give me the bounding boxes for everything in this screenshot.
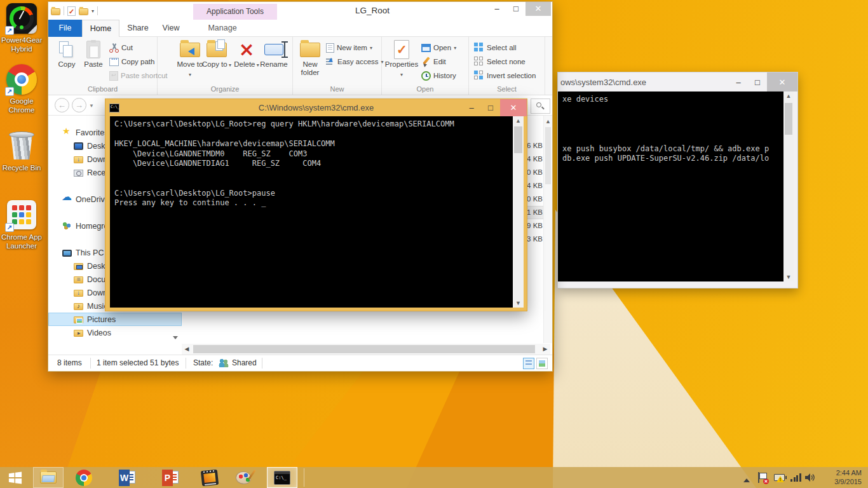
downloads-icon xyxy=(74,290,83,297)
paste-button[interactable]: Paste xyxy=(79,39,108,69)
console-line xyxy=(562,105,780,115)
computer-icon xyxy=(62,250,72,257)
pane-scroll-down-icon[interactable] xyxy=(173,336,178,342)
invert-selection-button[interactable]: Invert selection xyxy=(474,69,536,83)
tab-home[interactable]: Home xyxy=(82,20,119,37)
easy-access-button[interactable]: Easy access xyxy=(326,55,384,69)
maximize-button[interactable]: □ xyxy=(748,78,767,87)
tab-share[interactable]: Share xyxy=(119,20,156,37)
taskbar-paint[interactable] xyxy=(229,467,259,488)
taskbar-cmd[interactable] xyxy=(267,467,297,488)
taskbar-chrome[interactable] xyxy=(69,467,99,488)
folder-icon[interactable] xyxy=(51,8,60,15)
sidebar-item-videos[interactable]: Videos xyxy=(48,326,182,339)
sidebar-item-label: OneDrive xyxy=(76,195,109,204)
move-to-button[interactable]: Move to xyxy=(175,39,205,79)
start-button[interactable] xyxy=(0,467,31,488)
details-view-button[interactable] xyxy=(523,358,534,369)
power-status-icon[interactable] xyxy=(774,472,785,481)
scroll-up-icon[interactable]: ▲ xyxy=(544,117,552,126)
cmd-front-console[interactable]: C:\Users\carl\Desktop\LG_Root>reg query … xyxy=(110,116,513,308)
console-line: \Device\LGANDNETDIAG1 REG_SZ COM4 xyxy=(114,159,508,169)
scroll-left-icon[interactable]: ◀ xyxy=(182,344,192,355)
taskbar-clock[interactable]: 2:44 AM 3/9/2015 xyxy=(834,469,862,486)
back-button[interactable]: ← xyxy=(55,98,69,112)
close-button[interactable]: ✕ xyxy=(767,72,797,92)
new-item-button[interactable]: New item xyxy=(326,41,384,55)
close-button[interactable]: ✕ xyxy=(526,2,551,16)
thumbnail-view-button[interactable] xyxy=(536,358,548,369)
scrollbar-thumb[interactable] xyxy=(193,345,535,353)
recent-locations-chevron-icon[interactable]: ▼ xyxy=(89,103,94,109)
select-none-button[interactable]: Select none xyxy=(474,55,536,69)
taskbar-powerpoint[interactable]: P xyxy=(155,467,186,488)
history-button[interactable]: History xyxy=(421,69,456,83)
tab-file[interactable]: File xyxy=(48,20,82,37)
cmd-window-foreground[interactable]: C:\Windows\system32\cmd.exe – □ ✕ C:\Use… xyxy=(105,98,527,311)
thumbnail-view-icon xyxy=(539,360,545,367)
forward-button[interactable]: → xyxy=(72,98,86,112)
copy-to-button[interactable]: Copy to xyxy=(202,39,231,70)
show-hidden-icons-button[interactable] xyxy=(743,475,750,482)
cmd-front-titlebar[interactable]: C:\Windows\system32\cmd.exe – □ ✕ xyxy=(105,99,527,116)
new-folder-icon[interactable] xyxy=(79,8,88,15)
minimize-button[interactable]: – xyxy=(462,103,481,112)
sidebar-item-pictures[interactable]: Pictures xyxy=(48,313,182,326)
taskbar-movie-maker[interactable] xyxy=(194,467,225,488)
volume-icon[interactable] xyxy=(804,473,815,485)
search-input[interactable] xyxy=(531,98,550,114)
scrollbar-thumb[interactable] xyxy=(545,127,551,184)
cmd-front-scrollbar[interactable]: ▲ ▼ xyxy=(513,116,524,308)
quick-access-toolbar: ▾ xyxy=(51,4,98,17)
windows-logo-icon xyxy=(8,471,22,485)
scroll-up-icon[interactable]: ▲ xyxy=(783,92,794,100)
explorer-titlebar[interactable]: ▾ Application Tools LG_Root – □ ✕ xyxy=(48,2,552,20)
cut-icon xyxy=(109,43,119,53)
horizontal-scrollbar[interactable]: ◀ ▶ xyxy=(182,344,550,355)
taskbar: W P ✕ xyxy=(0,467,868,488)
network-signal-icon[interactable] xyxy=(790,473,801,482)
delete-button[interactable]: × Delete xyxy=(232,39,261,70)
scroll-right-icon[interactable]: ▶ xyxy=(540,344,550,355)
scrollbar-thumb[interactable] xyxy=(785,103,792,135)
word-icon: W xyxy=(119,470,135,486)
close-button[interactable]: ✕ xyxy=(500,99,527,116)
properties-button[interactable]: Properties xyxy=(384,39,419,79)
select-all-button[interactable]: Select all xyxy=(474,41,536,55)
taskbar-file-explorer[interactable] xyxy=(33,467,64,488)
cmd-back-title: ows\system32\cmd.exe xyxy=(560,78,646,87)
scroll-down-icon[interactable]: ▼ xyxy=(513,299,524,308)
tab-view[interactable]: View xyxy=(156,20,186,37)
desktop-icon-chrome-app-launcher[interactable]: ↗ Chrome App Launcher xyxy=(1,200,42,250)
desktop-icon-google-chrome[interactable]: ↗ Google Chrome xyxy=(1,64,42,114)
edit-button[interactable]: Edit xyxy=(421,55,456,69)
alert-badge-icon: ✕ xyxy=(763,478,769,484)
taskbar-word[interactable]: W xyxy=(112,467,142,488)
tab-manage[interactable]: Manage xyxy=(205,20,240,37)
properties-icon xyxy=(394,40,409,59)
chevron-down-icon[interactable]: ▾ xyxy=(92,8,94,14)
maximize-button[interactable]: □ xyxy=(481,103,500,112)
cmd-window-background[interactable]: ows\system32\cmd.exe – □ ✕ xe devicesxe … xyxy=(557,72,798,288)
scrollbar-thumb[interactable] xyxy=(514,126,522,153)
scroll-up-icon[interactable]: ▲ xyxy=(513,116,524,125)
new-folder-button[interactable]: New folder xyxy=(295,39,325,76)
cmd-back-console[interactable]: xe devicesxe push busybox /data/local/tm… xyxy=(558,92,785,281)
minimize-button[interactable]: – xyxy=(729,78,748,87)
scroll-down-icon[interactable]: ▼ xyxy=(783,273,794,281)
rename-button[interactable]: Rename xyxy=(259,39,288,69)
maximize-button[interactable]: □ xyxy=(506,2,526,16)
minimize-button[interactable]: – xyxy=(487,2,506,16)
open-button[interactable]: Open xyxy=(421,41,456,55)
properties-icon[interactable] xyxy=(67,6,76,16)
cmd-back-titlebar[interactable]: ows\system32\cmd.exe – □ ✕ xyxy=(558,72,797,92)
desktop-icon-power4gear[interactable]: ↗ Power4Gear Hybrid xyxy=(1,3,42,53)
sidebar-item-label: This PC xyxy=(76,248,104,257)
file-list-scrollbar[interactable]: ▲ xyxy=(543,116,552,343)
sidebar-item-local-disk-c-[interactable]: Local Disk (C:) xyxy=(48,339,182,343)
cmd-back-scrollbar[interactable]: ▲ ▼ xyxy=(783,92,794,281)
console-line: \Device\LGANDNETMDM0 REG_SZ COM3 xyxy=(114,149,508,159)
desktop-icon-recycle-bin[interactable]: Recycle Bin xyxy=(1,131,42,172)
action-center-flag-icon[interactable]: ✕ xyxy=(757,472,767,483)
copy-button[interactable]: Copy xyxy=(52,39,81,69)
